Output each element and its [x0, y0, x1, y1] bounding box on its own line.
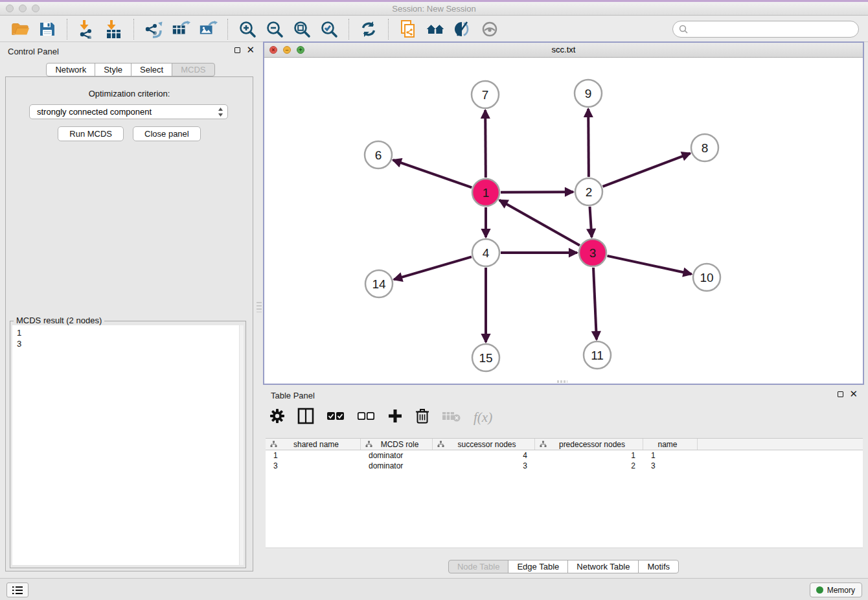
table-cell[interactable]: 4: [433, 450, 535, 461]
network-close-icon[interactable]: ×: [269, 46, 277, 54]
table-cell[interactable]: 3: [643, 461, 698, 471]
close-table-panel-icon[interactable]: ✕: [849, 391, 858, 397]
tab-node-table[interactable]: Node Table: [448, 560, 509, 573]
graph-node-4[interactable]: 4: [472, 239, 499, 266]
table-row[interactable]: 1dominator411: [266, 450, 863, 461]
float-panel-icon[interactable]: [234, 47, 240, 53]
add-column-icon[interactable]: [387, 408, 403, 426]
graph-node-9[interactable]: 9: [575, 80, 602, 107]
graph-node-label: 15: [479, 351, 492, 365]
graph-edge-4-14[interactable]: [394, 257, 472, 279]
control-panel-tabs: NetworkStyleSelectMCDS: [0, 63, 261, 76]
column-header-shared-name[interactable]: shared name: [266, 439, 361, 450]
column-header-MCDS-role[interactable]: MCDS role: [361, 439, 433, 450]
select-all-icon[interactable]: [326, 411, 345, 423]
network-window-titlebar[interactable]: × – + scc.txt: [264, 43, 863, 58]
graph-node-8[interactable]: 8: [691, 134, 718, 161]
network-minimize-icon[interactable]: –: [283, 46, 291, 54]
export-table-icon[interactable]: [171, 19, 190, 39]
duplicate-network-icon[interactable]: [398, 19, 418, 39]
column-header-successor-nodes[interactable]: successor nodes: [433, 439, 535, 450]
table-cell[interactable]: 2: [535, 461, 643, 471]
float-table-panel-icon[interactable]: [838, 391, 843, 397]
export-image-icon[interactable]: [198, 19, 218, 39]
zoom-selected-icon[interactable]: [319, 19, 339, 39]
close-window-icon[interactable]: [6, 5, 14, 12]
eye-icon[interactable]: [480, 19, 499, 39]
table-cell[interactable]: 3: [266, 461, 361, 471]
graph-edge-2-3[interactable]: [589, 207, 591, 237]
task-history-button[interactable]: [6, 583, 29, 597]
network-resize-handle[interactable]: [557, 380, 567, 383]
column-header-name[interactable]: name: [643, 439, 698, 450]
column-view-icon[interactable]: [297, 408, 314, 427]
toggle-panel-icon[interactable]: [453, 19, 472, 39]
tab-edge-table[interactable]: Edge Table: [508, 560, 568, 573]
tab-network[interactable]: Network: [46, 63, 95, 76]
open-session-icon[interactable]: [10, 19, 30, 39]
list-icon: [12, 585, 23, 595]
optimization-criterion-dropdown[interactable]: strongly connected component: [29, 104, 228, 119]
search-field[interactable]: [672, 21, 859, 38]
search-input[interactable]: [692, 24, 852, 34]
zoom-window-icon[interactable]: [32, 5, 40, 12]
mcds-result-textarea[interactable]: 13: [12, 325, 244, 565]
memory-button[interactable]: Memory: [810, 583, 862, 597]
table-toolbar: f(x): [269, 404, 492, 430]
import-table-icon[interactable]: [104, 19, 124, 39]
result-line: 3: [17, 338, 244, 349]
table-cell[interactable]: dominator: [361, 461, 433, 471]
graph-node-14[interactable]: 14: [365, 270, 393, 297]
graph-edge-1-2[interactable]: [501, 192, 573, 192]
graph-node-2[interactable]: 2: [575, 178, 602, 205]
run-mcds-button[interactable]: Run MCDS: [58, 126, 124, 141]
refresh-layout-icon[interactable]: [359, 19, 378, 39]
deselect-all-icon[interactable]: [357, 411, 375, 423]
tab-mcds[interactable]: MCDS: [172, 63, 214, 76]
graph-node-1[interactable]: 1: [472, 179, 499, 206]
graph-edge-3-10[interactable]: [607, 256, 691, 274]
node-table[interactable]: shared nameMCDS rolesuccessor nodesprede…: [266, 438, 863, 548]
network-graph[interactable]: 7968124314101511: [264, 58, 863, 384]
close-panel-icon[interactable]: ✕: [246, 47, 255, 53]
tab-network-table[interactable]: Network Table: [567, 560, 639, 573]
tab-select[interactable]: Select: [131, 63, 172, 76]
graph-edge-1-6[interactable]: [393, 160, 472, 187]
gear-icon[interactable]: [269, 408, 285, 426]
import-network-icon[interactable]: [77, 19, 97, 39]
graph-edge-2-8[interactable]: [603, 154, 691, 187]
zoom-out-icon[interactable]: [265, 19, 284, 39]
close-panel-button[interactable]: Close panel: [133, 126, 201, 141]
export-network-icon[interactable]: [144, 19, 163, 39]
graph-edge-2-9[interactable]: [588, 109, 589, 177]
graph-node-10[interactable]: 10: [693, 264, 720, 291]
table-cell[interactable]: 1: [266, 450, 361, 461]
table-cell[interactable]: 1: [643, 450, 698, 461]
network-canvas[interactable]: 7968124314101511: [264, 58, 863, 384]
table-cell[interactable]: dominator: [361, 450, 433, 461]
column-header-predecessor-nodes[interactable]: predecessor nodes: [535, 439, 643, 450]
graph-edge-3-1[interactable]: [499, 200, 580, 246]
graph-node-3[interactable]: 3: [579, 239, 606, 266]
panel-splitter-handle[interactable]: [257, 302, 262, 312]
memory-status-icon: [816, 586, 823, 594]
minimize-window-icon[interactable]: [19, 5, 27, 12]
zoom-in-icon[interactable]: [238, 19, 257, 39]
graph-node-11[interactable]: 11: [584, 341, 611, 369]
graph-node-6[interactable]: 6: [365, 141, 392, 168]
graph-node-7[interactable]: 7: [472, 81, 499, 108]
zoom-fit-icon[interactable]: [292, 19, 312, 39]
table-cell[interactable]: 3: [433, 461, 535, 471]
graph-edge-3-11[interactable]: [593, 268, 597, 340]
save-session-icon[interactable]: [38, 19, 57, 39]
graph-node-15[interactable]: 15: [472, 344, 499, 371]
table-cell[interactable]: 1: [535, 450, 643, 461]
graph-edge-1-7[interactable]: [485, 110, 486, 178]
network-overview-icon[interactable]: [426, 19, 445, 39]
table-row[interactable]: 3dominator323: [266, 461, 863, 471]
network-maximize-icon[interactable]: +: [297, 46, 304, 54]
tab-motifs[interactable]: Motifs: [638, 560, 679, 573]
tab-style[interactable]: Style: [95, 63, 131, 76]
result-scrollbar[interactable]: [239, 325, 244, 565]
delete-column-icon[interactable]: [415, 408, 429, 427]
